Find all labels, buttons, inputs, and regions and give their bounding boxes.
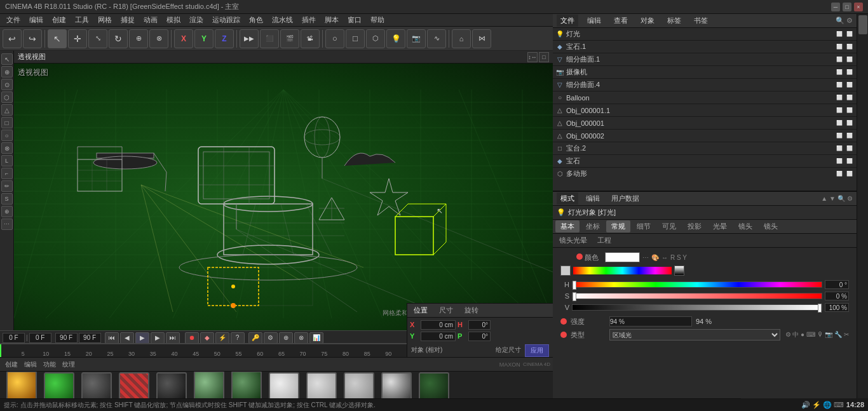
type-select[interactable]: 区域光 (609, 329, 780, 340)
menu-item-创建[interactable]: 创建 (48, 14, 70, 26)
minimize-button[interactable]: ─ (831, 3, 840, 11)
timeline-icon5[interactable]: 📊 (309, 332, 323, 344)
left-btn-7[interactable]: ○ (1, 130, 13, 141)
undo-button[interactable]: ↩ (3, 29, 22, 48)
menu-item-文件[interactable]: 文件 (3, 14, 24, 26)
settings-btn[interactable]: ? (231, 332, 245, 344)
cylinder-btn[interactable]: ⬡ (366, 29, 385, 48)
attr-settings-icon[interactable]: ⚙ (847, 195, 853, 202)
object-list-item-3[interactable]: 📷摄像机⬜⬜ (553, 66, 857, 79)
left-btn-4[interactable]: ⬡ (1, 91, 13, 103)
menu-item-窗口[interactable]: 窗口 (344, 14, 365, 26)
menu-item-角色[interactable]: 角色 (245, 14, 267, 26)
timeline-icon1[interactable]: 🔑 (248, 332, 262, 344)
type-icon[interactable]: ⚙ 中 ● ⌨ 🎙 📷 🔧 ✂ (785, 330, 850, 339)
move-tool[interactable]: ✛ (68, 29, 87, 48)
obj-tab-view[interactable]: 查看 (610, 15, 632, 27)
right-scrollbar[interactable] (857, 14, 868, 411)
attr-tab-userdata[interactable]: 用户数据 (607, 192, 643, 205)
attr-tab-shadow[interactable]: 投影 (682, 220, 707, 232)
end-frame-input[interactable] (29, 333, 51, 343)
attr-tab-lens2[interactable]: 镜头 (759, 220, 783, 232)
tool5[interactable]: ⊕ (129, 29, 148, 48)
menu-item-帮助[interactable]: 帮助 (367, 14, 388, 26)
obj-tab-edit[interactable]: 编辑 (583, 15, 605, 27)
s-slider[interactable] (572, 293, 822, 299)
object-list-item-2[interactable]: ▽细分曲面.1⬜⬜ (553, 53, 857, 66)
attr-project-tab[interactable]: 工程 (593, 234, 615, 246)
color-swap-btn[interactable]: ↔ (661, 254, 668, 261)
vp-arrows[interactable]: ↕↔ (527, 52, 538, 62)
obj-tab-object[interactable]: 对象 (637, 15, 658, 27)
render3-btn[interactable]: 🎬 (280, 29, 299, 48)
intensity-slider[interactable] (609, 316, 692, 327)
spectrum-swatch[interactable] (560, 266, 571, 276)
step-back-btn[interactable]: ◀ (120, 332, 134, 344)
attr-tab-detail[interactable]: 细节 (632, 220, 656, 232)
scrollbar-thumb[interactable] (858, 15, 867, 34)
deform1[interactable]: ⌂ (452, 29, 471, 48)
coord-tab-position[interactable]: 位置 (411, 304, 430, 316)
coord-p-val[interactable] (468, 332, 491, 341)
menu-item-网格[interactable]: 网格 (94, 14, 116, 26)
obj-tab-tag[interactable]: 标签 (663, 15, 685, 27)
color-swatch[interactable] (605, 252, 640, 262)
vp-expand[interactable]: □ (539, 52, 549, 62)
attr-tab-mode[interactable]: 模式 (557, 192, 578, 205)
h-input[interactable] (825, 280, 849, 289)
left-btn-9[interactable]: L (1, 155, 13, 166)
keyframe-btn[interactable]: ◆ (200, 332, 214, 344)
timeline-icon2[interactable]: ⚙ (264, 332, 278, 344)
left-btn-3[interactable]: ⊙ (1, 79, 13, 90)
v-input[interactable] (825, 303, 849, 312)
deform2[interactable]: ⋈ (472, 29, 491, 48)
tool6[interactable]: ⊗ (149, 29, 168, 48)
object-list-item-8[interactable]: △Obj_000002⬜⬜ (553, 130, 857, 142)
attr-tab-edit[interactable]: 编辑 (582, 192, 604, 205)
menu-item-流水线[interactable]: 流水线 (268, 14, 297, 26)
left-btn-8[interactable]: ⊗ (1, 142, 13, 154)
timeline-icon3[interactable]: ⊕ (279, 332, 293, 344)
apply-button[interactable]: 应用 (525, 344, 549, 357)
coord-x-pos[interactable] (421, 320, 456, 330)
goto-start-btn[interactable]: ⏮ (105, 332, 119, 344)
rotate-tool[interactable]: ↻ (109, 29, 128, 48)
left-btn-6[interactable]: □ (1, 117, 13, 128)
attr-lens-glow-tab[interactable]: 镜头光晕 (555, 234, 591, 246)
goto-end-btn[interactable]: ⏭ (166, 332, 180, 344)
close-button[interactable]: × (854, 3, 863, 11)
attr-tab-general[interactable]: 常规 (606, 220, 630, 232)
bottom-func-btn[interactable]: 功能 (41, 360, 58, 369)
object-list-item-9[interactable]: □宝台.2⬜⬜ (553, 142, 857, 155)
menu-item-工具[interactable]: 工具 (71, 14, 93, 26)
left-btn-5[interactable]: △ (1, 104, 13, 116)
attr-tab-glow[interactable]: 光晕 (708, 220, 732, 232)
h-slider[interactable] (572, 281, 822, 288)
color-picker-btn[interactable]: 🎨 (651, 254, 659, 261)
render4-btn[interactable]: 📽 (301, 29, 320, 48)
play-btn[interactable]: ▶ (135, 332, 149, 344)
axis-y[interactable]: Y (194, 29, 214, 48)
range-end-input[interactable] (79, 333, 101, 343)
attr-tab-basic[interactable]: 基本 (555, 220, 580, 232)
menu-item-运动跟踪[interactable]: 运动跟踪 (208, 14, 244, 26)
scale-tool[interactable]: ⤡ (88, 29, 107, 48)
object-list-item-5[interactable]: ○Balloon⬜⬜ (553, 91, 857, 104)
select-tool[interactable]: ↖ (48, 29, 67, 48)
menu-item-脚本[interactable]: 脚本 (321, 14, 342, 26)
menu-item-编辑[interactable]: 编辑 (25, 14, 47, 26)
v-slider[interactable] (572, 304, 822, 311)
object-list-item-7[interactable]: △Obj_000001⬜⬜ (553, 117, 857, 130)
timeline-icon4[interactable]: ⊗ (294, 332, 308, 344)
cube-btn[interactable]: □ (346, 29, 365, 48)
coord-tab-size[interactable]: 尺寸 (437, 304, 456, 316)
object-list-item-1[interactable]: ◆宝石.1⬜⬜ (553, 41, 857, 53)
brightness-bar[interactable] (674, 266, 684, 276)
object-list-item-11[interactable]: ⬡多动形⬜⬜ (553, 168, 857, 177)
attr-tab-coord[interactable]: 坐标 (581, 220, 605, 232)
redo-button[interactable]: ↪ (23, 29, 42, 48)
left-btn-1[interactable]: ↖ (1, 53, 13, 65)
current-frame-input[interactable] (3, 333, 25, 343)
menu-item-动画[interactable]: 动画 (140, 14, 161, 26)
s-input[interactable] (825, 292, 849, 300)
